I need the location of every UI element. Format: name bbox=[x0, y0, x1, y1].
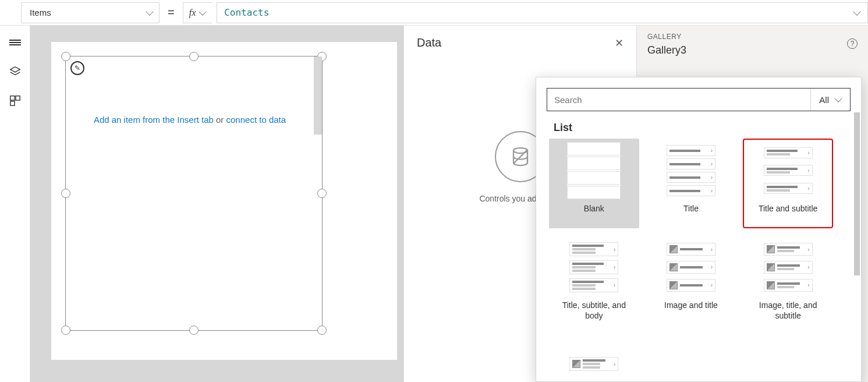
insert-hint-or: or bbox=[216, 115, 226, 125]
right-tab[interactable] bbox=[861, 255, 868, 288]
control-name: Gallery3 bbox=[647, 44, 858, 56]
resize-handle[interactable] bbox=[61, 326, 70, 335]
chevron-down-icon bbox=[834, 94, 842, 102]
layout-grid: Blank › › › › Title › › › Title and subt… bbox=[547, 139, 835, 382]
search-input[interactable] bbox=[547, 95, 810, 105]
resize-handle[interactable] bbox=[189, 326, 199, 335]
filter-label: All bbox=[819, 95, 829, 105]
svg-rect-2 bbox=[10, 101, 14, 105]
svg-rect-0 bbox=[10, 96, 14, 100]
resize-handle[interactable] bbox=[189, 52, 199, 61]
section-list-title: List bbox=[554, 122, 851, 134]
layout-label: Image and title bbox=[664, 300, 718, 321]
fx-label: fx bbox=[189, 8, 196, 18]
gallery-scrollbar[interactable] bbox=[314, 56, 322, 135]
gallery-control[interactable]: ✎ Add an item from the Insert tab or con… bbox=[65, 56, 323, 331]
property-name: Items bbox=[30, 8, 51, 17]
insert-hint-prefix[interactable]: Add an item from the Insert tab bbox=[94, 115, 216, 125]
resize-handle[interactable] bbox=[61, 189, 70, 198]
layout-label: Title bbox=[683, 204, 699, 225]
gallery-placeholder: Add an item from the Insert tab or conne… bbox=[66, 115, 314, 125]
chevron-down-icon bbox=[146, 8, 154, 16]
app-canvas[interactable]: ✎ Add an item from the Insert tab or con… bbox=[51, 42, 397, 360]
formula-bar: Items = fx Contacts bbox=[0, 0, 868, 26]
edit-icon[interactable]: ✎ bbox=[70, 61, 84, 75]
help-icon[interactable]: ? bbox=[847, 38, 858, 49]
layout-label: Image, title, and subtitle bbox=[746, 300, 830, 321]
left-rail bbox=[0, 26, 30, 382]
resize-handle[interactable] bbox=[317, 189, 327, 198]
resize-handle[interactable] bbox=[61, 52, 70, 61]
chevron-down-icon bbox=[199, 8, 207, 16]
formula-input[interactable]: Contacts bbox=[217, 2, 868, 23]
data-panel-title: Data bbox=[417, 36, 441, 49]
equals-sign: = bbox=[164, 6, 178, 19]
layout-label: Title, subtitle, and body bbox=[552, 300, 636, 321]
right-tab[interactable] bbox=[861, 155, 868, 188]
filter-all[interactable]: All bbox=[810, 89, 850, 111]
connect-data-link[interactable]: connect to data bbox=[226, 115, 286, 125]
layers-icon[interactable] bbox=[9, 65, 22, 78]
chevron-down-icon bbox=[853, 8, 861, 16]
right-tab[interactable] bbox=[861, 305, 868, 338]
layout-image-title[interactable]: › › › Image and title bbox=[646, 235, 736, 325]
layout-label: Blank bbox=[584, 204, 604, 225]
layout-search-bar: All bbox=[547, 88, 851, 111]
layout-flyout: All List Blank › › › › Title bbox=[536, 77, 862, 382]
layout-label: Title and subtitle bbox=[759, 204, 817, 225]
fx-button[interactable]: fx bbox=[183, 2, 212, 23]
right-tab[interactable] bbox=[861, 105, 868, 137]
property-selector[interactable]: Items bbox=[21, 2, 160, 23]
apps-icon[interactable] bbox=[9, 94, 22, 107]
hamburger-icon[interactable] bbox=[9, 36, 22, 49]
layout-blank[interactable]: Blank bbox=[549, 139, 639, 228]
layout-title[interactable]: › › › › Title bbox=[646, 139, 736, 228]
layout-title-subtitle[interactable]: › › › Title and subtitle bbox=[743, 139, 833, 228]
layout-title-subtitle-body[interactable]: › › › Title, subtitle, and body bbox=[549, 235, 639, 325]
control-category: GALLERY bbox=[647, 33, 858, 41]
flyout-scrollbar[interactable] bbox=[854, 112, 860, 275]
resize-handle[interactable] bbox=[317, 326, 327, 335]
svg-rect-1 bbox=[15, 96, 19, 100]
right-tab[interactable] bbox=[861, 205, 868, 238]
layout-item-partial[interactable]: › bbox=[549, 332, 639, 382]
layout-image-title-subtitle[interactable]: › › › Image, title, and subtitle bbox=[743, 235, 833, 325]
right-edge-tabs bbox=[861, 105, 868, 338]
formula-text: Contacts bbox=[224, 7, 269, 18]
close-icon[interactable]: ✕ bbox=[615, 37, 623, 49]
